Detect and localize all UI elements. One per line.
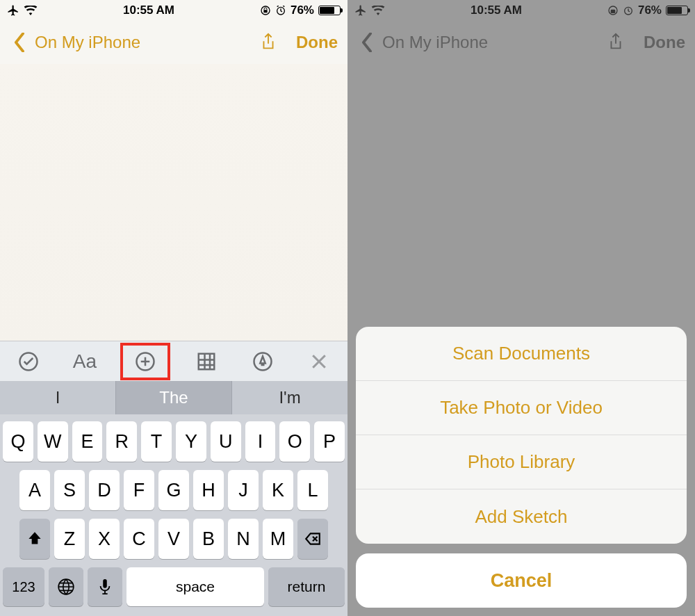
battery-icon [318,6,341,15]
scan-documents-option[interactable]: Scan Documents [356,327,687,381]
take-photo-video-option[interactable]: Take Photo or Video [356,381,687,435]
suggestion-1[interactable]: I [0,381,116,414]
key-u[interactable]: U [211,421,241,462]
add-attachment-highlight [120,343,170,380]
nav-bar: On My iPhone Done [348,21,695,64]
delete-key[interactable] [297,519,328,559]
svg-rect-8 [103,579,107,588]
globe-key[interactable] [49,567,83,606]
key-i[interactable]: I [245,421,276,462]
key-o[interactable]: O [279,421,310,462]
key-z[interactable]: Z [54,519,85,559]
svg-rect-5 [198,353,214,369]
key-s[interactable]: S [54,470,85,510]
key-b[interactable]: B [193,519,224,559]
action-sheet: Scan Documents Take Photo or Video Photo… [356,327,687,608]
shift-key[interactable] [19,519,50,559]
status-bar: 10:55 AM 76% [348,0,695,21]
screen-left-notes-editor: 10:55 AM 76% On My iPhone Done [0,0,348,616]
keyboard: Q W E R T Y U I O P A S D F G H J K L Z [0,414,348,616]
status-bar: 10:55 AM 76% [0,0,348,21]
suggestion-3[interactable]: I'm [232,381,348,414]
checklist-button[interactable] [8,348,49,375]
suggestion-2[interactable]: The [116,381,232,414]
table-button[interactable] [186,348,227,375]
key-p[interactable]: P [314,421,345,462]
action-sheet-options: Scan Documents Take Photo or Video Photo… [356,327,687,544]
battery-percent: 76% [291,3,314,17]
return-key[interactable]: return [268,567,345,606]
nav-bar: On My iPhone Done [0,21,348,64]
key-t[interactable]: T [141,421,172,462]
key-d[interactable]: D [89,470,120,510]
wifi-icon [371,6,385,15]
key-g[interactable]: G [158,470,189,510]
key-c[interactable]: C [124,519,154,559]
done-button: Done [644,33,685,52]
back-button[interactable]: On My iPhone [10,33,140,52]
key-j[interactable]: J [228,470,259,510]
back-label: On My iPhone [35,33,140,52]
key-n[interactable]: N [228,519,259,559]
add-attachment-button[interactable] [124,348,166,375]
back-button: On My iPhone [357,33,488,52]
key-h[interactable]: H [193,470,224,510]
svg-rect-1 [263,10,267,13]
key-k[interactable]: K [263,470,293,510]
text-format-button[interactable]: Aa [64,348,106,375]
cancel-button[interactable]: Cancel [356,553,687,608]
key-x[interactable]: X [89,519,120,559]
svg-rect-10 [611,10,614,13]
chevron-left-icon [357,33,377,52]
status-time: 10:55 AM [471,3,522,17]
key-y[interactable]: Y [176,421,206,462]
status-time: 10:55 AM [123,3,174,17]
space-key[interactable]: space [126,567,264,606]
markup-button[interactable] [242,348,284,375]
battery-icon [666,6,688,15]
key-v[interactable]: V [158,519,189,559]
key-l[interactable]: L [297,470,328,510]
add-sketch-option[interactable]: Add Sketch [356,489,687,544]
done-button[interactable]: Done [296,33,338,52]
key-a[interactable]: A [19,470,50,510]
alarm-icon [275,5,286,16]
numbers-key[interactable]: 123 [3,567,44,606]
orientation-lock-icon [607,5,619,16]
airplane-mode-icon [354,4,367,17]
airplane-mode-icon [7,4,19,17]
photo-library-option[interactable]: Photo Library [356,435,687,489]
orientation-lock-icon [260,5,271,16]
key-r[interactable]: R [106,421,137,462]
key-m[interactable]: M [263,519,293,559]
key-e[interactable]: E [72,421,103,462]
dictation-key[interactable] [88,567,122,606]
battery-percent: 76% [638,3,662,17]
share-button [606,33,626,52]
chevron-left-icon [10,33,29,52]
key-q[interactable]: Q [3,421,33,462]
close-toolbar-button[interactable] [298,348,340,375]
keyboard-toolbar: Aa [0,341,348,381]
back-label: On My iPhone [382,33,488,52]
wifi-icon [24,6,38,15]
share-button[interactable] [259,33,278,52]
suggestion-bar: I The I'm [0,381,348,414]
note-body[interactable] [0,64,348,341]
alarm-icon [623,5,634,16]
key-f[interactable]: F [124,470,154,510]
screen-right-action-sheet: 10:55 AM 76% On My iPhone Done [348,0,695,616]
key-w[interactable]: W [38,421,68,462]
